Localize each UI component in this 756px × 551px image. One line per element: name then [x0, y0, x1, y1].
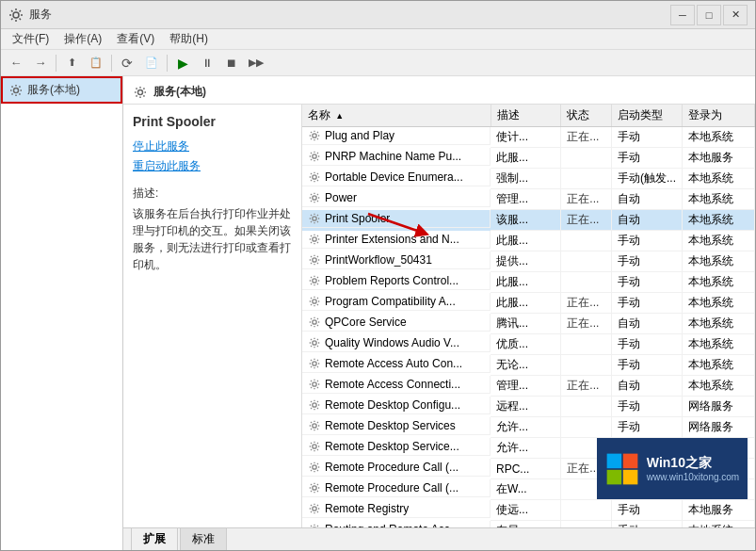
col-header-status[interactable]: 状态	[561, 105, 612, 127]
tab-standard[interactable]: 标准	[180, 527, 227, 550]
col-header-login[interactable]: 登录为	[683, 105, 755, 127]
cell-login: 本地系统	[683, 521, 755, 528]
cell-name: QPCore Service	[302, 314, 491, 332]
cell-desc: 无论...	[491, 355, 561, 376]
svg-point-10	[313, 236, 316, 240]
table-row[interactable]: Routing and Remote Acc...在局...手动本地系统	[302, 521, 755, 528]
detail-stop-link[interactable]: 停止此服务	[133, 138, 292, 154]
cell-desc: 此服...	[491, 148, 561, 169]
svg-point-17	[313, 381, 316, 385]
menu-view[interactable]: 查看(V)	[109, 29, 162, 49]
table-row[interactable]: Remote Access Auto Con...无论...手动本地系统	[302, 355, 755, 376]
cell-desc: 强制...	[491, 169, 561, 189]
split-container: Print Spooler 停止此服务 重启动此服务 描述: 该服务在后台执行打…	[123, 105, 755, 527]
detail-restart-link[interactable]: 重启动此服务	[133, 158, 292, 174]
cell-startup: 手动	[612, 438, 683, 459]
toolbar-stop[interactable]: ⏹	[220, 53, 243, 73]
toolbar-show-hide[interactable]: 📋	[85, 53, 107, 73]
table-row[interactable]: Power管理...正在...自动本地系统	[302, 189, 755, 210]
svg-point-20	[313, 444, 316, 447]
col-header-name[interactable]: 名称 ▲	[302, 105, 491, 127]
services-wrapper: 名称 ▲ 描述 状态	[302, 105, 755, 527]
cell-login: 本地系统	[683, 169, 755, 189]
cell-desc: 管理...	[491, 376, 561, 397]
svg-point-9	[313, 216, 316, 219]
table-row[interactable]: Remote Procedure Call (...RPC...正在...自动网…	[302, 459, 755, 479]
close-button[interactable]: ✕	[723, 5, 748, 25]
table-row[interactable]: Quality Windows Audio V...优质...手动本地系统	[302, 334, 755, 355]
table-header: 名称 ▲ 描述 状态	[302, 105, 755, 127]
col-header-startup[interactable]: 启动类型	[612, 105, 683, 127]
table-row[interactable]: Remote Access Connecti...管理...正在...自动本地系…	[302, 376, 755, 397]
table-row[interactable]: Print Spooler该服...正在...自动本地系统	[302, 210, 755, 231]
table-row[interactable]: Problem Reports Control...此服...手动本地系统	[302, 272, 755, 293]
svg-point-23	[313, 506, 316, 510]
table-row[interactable]: QPCore Service腾讯...正在...自动本地系统	[302, 314, 755, 334]
cell-desc: 使远...	[491, 500, 561, 521]
tree-item-local[interactable]: 服务(本地)	[1, 76, 122, 104]
title-bar-left: 服务	[8, 7, 52, 23]
services-panel[interactable]: 名称 ▲ 描述 状态	[302, 105, 755, 527]
toolbar-restart[interactable]: ▶▶	[245, 53, 267, 73]
center-panel: 服务(本地) Print Spooler 停止此服务 重启动此服务 描述: 该服…	[123, 76, 755, 550]
center-header: 服务(本地)	[123, 76, 755, 105]
table-row[interactable]: PNRP Machine Name Pu...此服...手动本地服务	[302, 148, 755, 169]
table-row[interactable]: Program Compatibility A...此服...正在...手动本地…	[302, 293, 755, 314]
tree-panel: 服务(本地)	[1, 76, 123, 550]
menu-action[interactable]: 操作(A)	[56, 29, 109, 49]
cell-status	[561, 169, 612, 189]
cell-login: 本地系统	[683, 127, 755, 148]
detail-desc-text: 该服务在后台执行打印作业并处理与打印机的交互。如果关闭该服务，则无法进行打印或查…	[133, 205, 292, 273]
table-row[interactable]: Remote Registry使远...手动本地服务	[302, 500, 755, 521]
row-gear-icon	[308, 191, 321, 204]
cell-startup: 手动	[612, 397, 683, 417]
cell-desc: RPC...	[491, 459, 561, 479]
cell-startup: 手动	[612, 272, 683, 293]
table-row[interactable]: Portable Device Enumera...强制...手动(触发...本…	[302, 169, 755, 189]
cell-name: Remote Access Connecti...	[302, 376, 491, 394]
toolbar-sep-3	[167, 55, 168, 72]
toolbar-forward[interactable]: →	[29, 53, 52, 73]
cell-name: Quality Windows Audio V...	[302, 334, 491, 352]
table-row[interactable]: PrintWorkflow_50431提供...手动本地系统	[302, 251, 755, 272]
svg-point-13	[313, 299, 316, 302]
svg-point-16	[313, 361, 316, 365]
toolbar-play[interactable]: ▶	[171, 53, 194, 73]
menu-bar: 文件(F) 操作(A) 查看(V) 帮助(H)	[1, 29, 755, 50]
maximize-button[interactable]: □	[697, 5, 721, 25]
menu-file[interactable]: 文件(F)	[5, 29, 56, 49]
tab-extend[interactable]: 扩展	[131, 527, 178, 550]
svg-point-24	[313, 527, 316, 527]
cell-login: 本地系统	[683, 438, 755, 459]
cell-desc: 优质...	[491, 334, 561, 355]
toolbar-pause[interactable]: ⏸	[196, 53, 218, 73]
cell-status	[561, 438, 612, 459]
cell-name: Portable Device Enumera...	[302, 169, 491, 186]
menu-help[interactable]: 帮助(H)	[162, 29, 216, 49]
svg-point-2	[138, 89, 143, 94]
cell-desc: 腾讯...	[491, 314, 561, 334]
table-row[interactable]: Remote Desktop Configu...远程...手动网络服务	[302, 397, 755, 417]
cell-startup: 自动	[612, 459, 683, 479]
row-gear-icon	[308, 440, 321, 453]
minimize-button[interactable]: ─	[670, 5, 695, 25]
cell-login: 本地系统	[683, 189, 755, 210]
toolbar-up[interactable]: ⬆	[60, 53, 83, 73]
cell-desc: 在W...	[491, 479, 561, 500]
toolbar-refresh[interactable]: ⟳	[116, 53, 138, 73]
table-row[interactable]: Printer Extensions and N...此服...手动本地系统	[302, 231, 755, 251]
col-header-desc[interactable]: 描述	[491, 105, 561, 127]
toolbar-export[interactable]: 📄	[140, 53, 163, 73]
table-row[interactable]: Remote Procedure Call (...在W...手动本地系统	[302, 479, 755, 500]
svg-point-18	[313, 402, 316, 406]
row-gear-icon	[308, 274, 321, 287]
svg-point-19	[313, 423, 316, 427]
table-row[interactable]: Plug and Play使计...正在...手动本地系统	[302, 127, 755, 148]
cell-startup: 手动	[612, 251, 683, 272]
row-gear-icon	[308, 150, 321, 163]
cell-startup: 手动	[612, 148, 683, 169]
table-row[interactable]: Remote Desktop Services允许...手动网络服务	[302, 417, 755, 438]
cell-startup: 手动	[612, 500, 683, 521]
toolbar-back[interactable]: ←	[5, 53, 27, 73]
table-row[interactable]: Remote Desktop Service...允许...手动本地系统	[302, 438, 755, 459]
